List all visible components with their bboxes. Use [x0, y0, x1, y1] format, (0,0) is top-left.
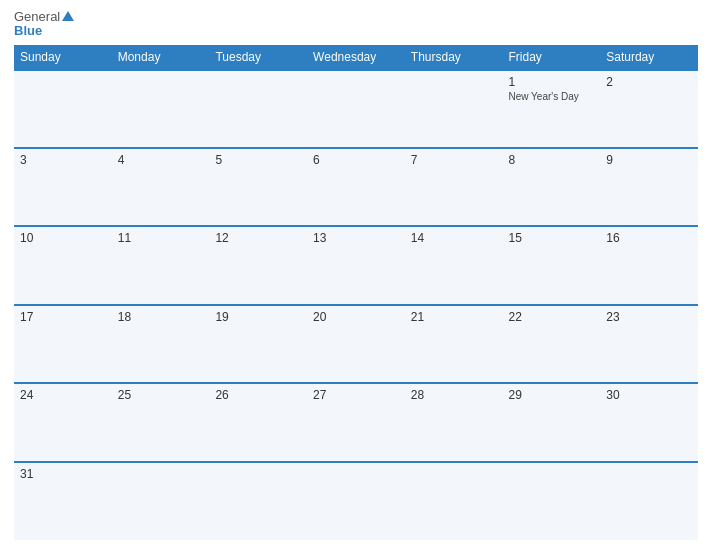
day-number: 4: [118, 153, 204, 167]
calendar-cell: [209, 70, 307, 148]
weekday-header-row: Sunday Monday Tuesday Wednesday Thursday…: [14, 45, 698, 70]
calendar-week-row: 10111213141516: [14, 226, 698, 304]
calendar-cell: 17: [14, 305, 112, 383]
calendar-cell: 28: [405, 383, 503, 461]
calendar-cell: 20: [307, 305, 405, 383]
day-number: 13: [313, 231, 399, 245]
day-number: 7: [411, 153, 497, 167]
header-tuesday: Tuesday: [209, 45, 307, 70]
day-number: 11: [118, 231, 204, 245]
day-number: 1: [509, 75, 595, 89]
calendar-week-row: 1New Year's Day2: [14, 70, 698, 148]
day-number: 31: [20, 467, 106, 481]
calendar-cell: 12: [209, 226, 307, 304]
day-number: 25: [118, 388, 204, 402]
calendar-header: General Blue: [14, 10, 698, 39]
calendar-cell: [307, 70, 405, 148]
calendar-cell: 18: [112, 305, 210, 383]
calendar-week-row: 31: [14, 462, 698, 540]
day-number: 27: [313, 388, 399, 402]
header-wednesday: Wednesday: [307, 45, 405, 70]
day-number: 30: [606, 388, 692, 402]
day-number: 3: [20, 153, 106, 167]
header-sunday: Sunday: [14, 45, 112, 70]
calendar-cell: 13: [307, 226, 405, 304]
logo-triangle-icon: [62, 11, 74, 21]
day-number: 15: [509, 231, 595, 245]
day-number: 21: [411, 310, 497, 324]
day-number: 29: [509, 388, 595, 402]
day-number: 9: [606, 153, 692, 167]
header-friday: Friday: [503, 45, 601, 70]
day-number: 18: [118, 310, 204, 324]
calendar-week-row: 3456789: [14, 148, 698, 226]
calendar-cell: 23: [600, 305, 698, 383]
header-thursday: Thursday: [405, 45, 503, 70]
calendar-cell: 15: [503, 226, 601, 304]
calendar-cell: 5: [209, 148, 307, 226]
logo: General Blue: [14, 10, 74, 39]
day-number: 19: [215, 310, 301, 324]
calendar-cell: 31: [14, 462, 112, 540]
logo-general-text: General: [14, 10, 60, 24]
calendar-cell: 11: [112, 226, 210, 304]
calendar-cell: [112, 462, 210, 540]
day-number: 16: [606, 231, 692, 245]
calendar-cell: [112, 70, 210, 148]
calendar-cell: 19: [209, 305, 307, 383]
calendar-cell: [209, 462, 307, 540]
calendar-cell: [307, 462, 405, 540]
day-number: 22: [509, 310, 595, 324]
calendar-cell: 2: [600, 70, 698, 148]
header-saturday: Saturday: [600, 45, 698, 70]
calendar-cell: 4: [112, 148, 210, 226]
day-number: 8: [509, 153, 595, 167]
holiday-label: New Year's Day: [509, 91, 595, 103]
calendar-cell: [503, 462, 601, 540]
calendar-cell: 3: [14, 148, 112, 226]
calendar-week-row: 17181920212223: [14, 305, 698, 383]
calendar-cell: 10: [14, 226, 112, 304]
calendar-cell: [405, 70, 503, 148]
calendar-cell: 16: [600, 226, 698, 304]
day-number: 26: [215, 388, 301, 402]
calendar-cell: 1New Year's Day: [503, 70, 601, 148]
calendar-cell: 6: [307, 148, 405, 226]
calendar-cell: [405, 462, 503, 540]
logo-blue-text: Blue: [14, 24, 42, 38]
day-number: 14: [411, 231, 497, 245]
calendar-cell: 22: [503, 305, 601, 383]
calendar-cell: 25: [112, 383, 210, 461]
calendar-cell: [14, 70, 112, 148]
day-number: 17: [20, 310, 106, 324]
header-monday: Monday: [112, 45, 210, 70]
calendar-cell: 9: [600, 148, 698, 226]
calendar-cell: 27: [307, 383, 405, 461]
calendar-page: General Blue Sunday Monday Tuesday Wedne…: [0, 0, 712, 550]
day-number: 24: [20, 388, 106, 402]
calendar-table: Sunday Monday Tuesday Wednesday Thursday…: [14, 45, 698, 540]
calendar-cell: 30: [600, 383, 698, 461]
calendar-cell: 7: [405, 148, 503, 226]
calendar-cell: 29: [503, 383, 601, 461]
calendar-cell: 21: [405, 305, 503, 383]
calendar-cell: 26: [209, 383, 307, 461]
calendar-cell: 24: [14, 383, 112, 461]
day-number: 2: [606, 75, 692, 89]
calendar-cell: [600, 462, 698, 540]
day-number: 5: [215, 153, 301, 167]
day-number: 12: [215, 231, 301, 245]
day-number: 28: [411, 388, 497, 402]
calendar-cell: 8: [503, 148, 601, 226]
day-number: 23: [606, 310, 692, 324]
calendar-cell: 14: [405, 226, 503, 304]
day-number: 6: [313, 153, 399, 167]
calendar-week-row: 24252627282930: [14, 383, 698, 461]
day-number: 20: [313, 310, 399, 324]
day-number: 10: [20, 231, 106, 245]
